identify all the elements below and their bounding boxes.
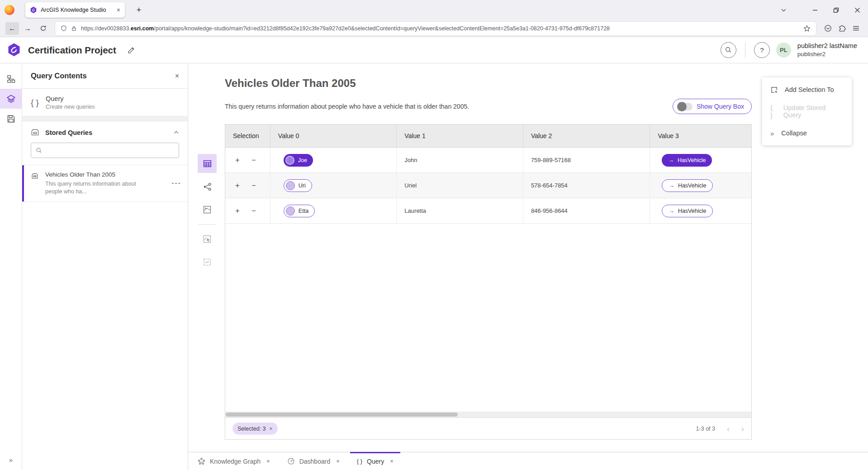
url-text: https://dev0028833.esri.com/portal/apps/… <box>81 25 799 32</box>
search-icon <box>725 46 732 53</box>
browser-tab[interactable]: ArcGIS Knowledge Studio × <box>25 2 125 18</box>
chevron-up-icon[interactable] <box>173 129 179 135</box>
select-remove-button[interactable]: − <box>249 156 258 164</box>
entity-pill[interactable]: Etta <box>284 205 315 217</box>
tab-close-icon[interactable]: × <box>266 458 270 465</box>
entity-node-icon <box>286 181 295 190</box>
tab-knowledge-graph[interactable]: Knowledge Graph × <box>191 452 277 470</box>
column-header: Value 0 <box>270 125 397 147</box>
stored-query-title: Vehicles Older Than 2005 <box>45 171 148 178</box>
tab-list-chevron-icon[interactable] <box>775 0 792 20</box>
query-list-item[interactable]: { } Query Create new queries <box>22 89 188 116</box>
entity-pill[interactable]: Joe <box>284 154 313 167</box>
previous-page-button[interactable]: ‹ <box>727 425 730 433</box>
selection-tool-button[interactable] <box>198 253 217 272</box>
refresh-button[interactable] <box>36 22 50 35</box>
help-button[interactable]: ? <box>754 42 770 58</box>
stored-query-item-selected[interactable]: Vehicles Older Than 2005 This query retu… <box>22 165 188 202</box>
select-remove-button[interactable]: − <box>249 182 258 190</box>
window-close-button[interactable] <box>847 0 868 20</box>
query-contents-panel: Query Contents × { } Query Create new qu… <box>22 63 188 470</box>
menu-item-update-stored-query[interactable]: { } Update Stored Query <box>762 101 852 122</box>
search-icon <box>36 147 42 153</box>
relationship-pill[interactable]: →HasVehicle <box>662 205 713 217</box>
relationship-pill[interactable]: →HasVehicle <box>662 179 713 192</box>
hierarchy-icon <box>7 75 15 83</box>
stored-queries-searchbox[interactable] <box>31 143 179 158</box>
user-username: publisher2 <box>797 50 857 58</box>
show-query-box-toggle[interactable]: Show Query Box <box>673 99 752 114</box>
stored-query-overflow-icon[interactable]: ··· <box>172 179 181 187</box>
select-add-button[interactable]: + <box>233 182 242 190</box>
help-icon: ? <box>760 46 764 54</box>
panel-title: Query Contents <box>31 72 175 80</box>
select-add-button[interactable]: + <box>233 156 242 164</box>
select-remove-button[interactable]: − <box>249 207 258 215</box>
add-to-map-button[interactable] <box>198 230 217 249</box>
query-item-subtitle: Create new queries <box>46 104 95 110</box>
stored-query-description: This query returns information about peo… <box>45 180 148 196</box>
extensions-puzzle-icon[interactable] <box>838 24 846 32</box>
menu-hamburger-icon[interactable] <box>852 24 860 32</box>
firefox-icon[interactable] <box>5 5 14 15</box>
view-toolbar <box>197 154 218 272</box>
rail-contents-button[interactable] <box>0 89 22 109</box>
next-page-button[interactable]: › <box>741 425 744 433</box>
horizontal-scrollbar[interactable] <box>225 412 751 417</box>
column-header: Value 2 <box>523 125 650 147</box>
header-divider <box>745 42 745 58</box>
map-icon <box>203 205 212 214</box>
stored-queries-search-input[interactable] <box>46 147 174 154</box>
table-view-button[interactable] <box>198 154 217 173</box>
dashed-selection-icon <box>203 258 212 267</box>
panel-close-icon[interactable]: × <box>175 72 179 80</box>
table-icon <box>203 159 212 168</box>
pagination-range: 1-3 of 3 <box>696 426 715 432</box>
user-info[interactable]: publisher2 lastName publisher2 <box>797 42 857 58</box>
link-chart-view-button[interactable] <box>198 177 217 196</box>
column-header: Selection <box>225 125 270 147</box>
link-nodes-icon <box>203 182 212 192</box>
browser-url-bar: ← → https://dev0028833.esri.com/portal/a… <box>0 20 868 37</box>
new-tab-button[interactable]: + <box>132 3 146 17</box>
add-selection-icon <box>770 86 778 94</box>
tab-close-icon[interactable]: × <box>336 458 340 465</box>
window-restore-button[interactable] <box>825 0 847 20</box>
relationship-pill[interactable]: →HasVehicle <box>662 154 712 167</box>
braces-icon: { } <box>31 98 39 108</box>
stored-queries-header[interactable]: Stored Queries <box>22 121 188 141</box>
scrollbar-thumb[interactable] <box>226 412 458 417</box>
menu-item-add-selection-to[interactable]: Add Selection To <box>762 79 852 101</box>
forward-button[interactable]: → <box>21 22 34 35</box>
selected-count-chip[interactable]: Selected: 3 × <box>232 422 278 435</box>
tab-close-icon[interactable]: × <box>117 7 120 13</box>
bookmark-star-icon[interactable] <box>803 25 811 32</box>
clear-selection-icon[interactable]: × <box>270 426 273 432</box>
map-select-icon <box>203 235 212 244</box>
back-button[interactable]: ← <box>5 22 19 35</box>
browser-tab-bar: ArcGIS Knowledge Studio × + <box>0 0 868 20</box>
query-result-description: This query returns information about peo… <box>225 103 469 110</box>
search-button[interactable] <box>721 42 736 58</box>
tab-dashboard[interactable]: Dashboard × <box>280 452 346 470</box>
avatar[interactable]: PL <box>776 43 791 58</box>
rail-expand-button[interactable]: » <box>0 456 22 464</box>
window-minimize-button[interactable] <box>804 0 825 20</box>
rail-save-button[interactable] <box>0 109 22 129</box>
rail-project-hierarchy-button[interactable] <box>0 69 22 89</box>
tab-close-icon[interactable]: × <box>390 458 394 465</box>
left-icon-rail: » <box>0 63 22 470</box>
entity-pill[interactable]: Uri <box>284 179 312 192</box>
url-input[interactable]: https://dev0028833.esri.com/portal/apps/… <box>55 22 816 35</box>
select-add-button[interactable]: + <box>233 207 242 215</box>
map-view-button[interactable] <box>198 200 217 219</box>
query-viewer: Vehicles Older Than 2005 This query retu… <box>188 63 868 470</box>
cell-value: 578-654-7854 <box>523 173 650 198</box>
edit-project-title-button[interactable] <box>127 46 135 54</box>
tab-query[interactable]: { } Query × <box>350 452 400 470</box>
menu-item-collapse[interactable]: » Collapse <box>762 122 852 144</box>
tracking-shield-icon[interactable] <box>61 25 67 32</box>
pocket-icon[interactable] <box>824 24 832 32</box>
browser-tab-title: ArcGIS Knowledge Studio <box>41 7 113 13</box>
lock-icon[interactable] <box>71 25 77 32</box>
